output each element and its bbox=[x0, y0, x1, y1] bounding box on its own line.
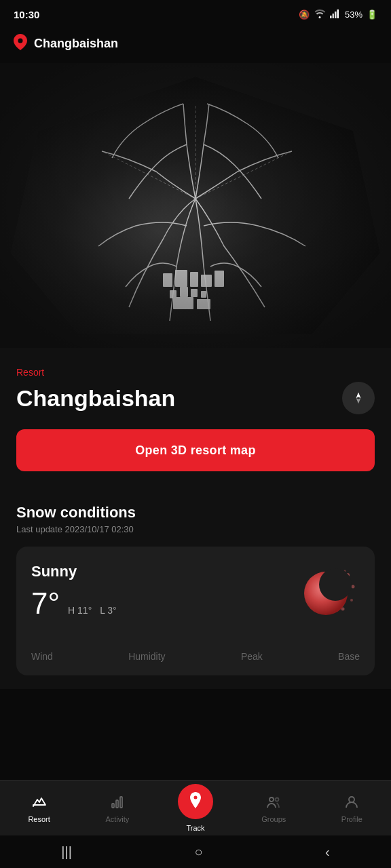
bottom-navigation: Resort Activity Track bbox=[0, 780, 391, 835]
nav-item-resort[interactable]: Resort bbox=[0, 793, 78, 823]
weather-top: Sunny 7° H 11° L 3° bbox=[31, 563, 360, 624]
nav-item-activity[interactable]: Activity bbox=[78, 793, 156, 823]
base-label: Base bbox=[338, 651, 360, 662]
weather-hi-lo: H 11° L 3° bbox=[68, 605, 122, 616]
nav-icon-activity-wrap bbox=[108, 793, 127, 812]
weather-stat-humidity: Humidity bbox=[128, 651, 165, 662]
weather-card: Sunny 7° H 11° L 3° bbox=[16, 547, 375, 675]
nav-item-profile[interactable]: Profile bbox=[313, 793, 391, 823]
resort-section: Resort Changbaishan Open 3D resort map bbox=[0, 348, 391, 485]
humidity-label: Humidity bbox=[128, 651, 165, 662]
svg-rect-31 bbox=[120, 797, 122, 808]
weather-high: H 11° bbox=[68, 605, 92, 616]
nav-label-resort: Resort bbox=[28, 815, 50, 823]
nav-icon-profile-wrap bbox=[342, 793, 361, 812]
header-title: Changbaishan bbox=[34, 37, 118, 51]
battery-icon: 🔋 bbox=[367, 9, 377, 20]
hero-map-image bbox=[0, 63, 391, 348]
svg-point-28 bbox=[319, 568, 352, 601]
nav-label-track: Track bbox=[186, 824, 204, 832]
weather-low: L 3° bbox=[100, 605, 117, 616]
snow-conditions-section: Snow conditions Last update 2023/10/17 0… bbox=[0, 485, 391, 689]
open-3d-map-button[interactable]: Open 3D resort map bbox=[16, 429, 375, 471]
nav-label-profile: Profile bbox=[341, 815, 362, 823]
nav-item-groups[interactable]: Groups bbox=[235, 793, 313, 823]
system-navigation-bar: ||| ○ ‹ bbox=[0, 835, 391, 868]
groups-people-icon bbox=[265, 794, 282, 810]
activity-chart-icon bbox=[109, 794, 126, 810]
nav-icon-track-wrap bbox=[178, 784, 213, 819]
location-icon bbox=[14, 34, 27, 54]
weather-temperature: 7° bbox=[31, 589, 60, 618]
resort-name-row: Changbaishan bbox=[16, 382, 375, 414]
status-time: 10:30 bbox=[14, 9, 39, 20]
weather-stat-base: Base bbox=[338, 651, 360, 662]
svg-rect-29 bbox=[112, 804, 114, 808]
nav-label-activity: Activity bbox=[105, 815, 129, 823]
weather-temp-row: 7° H 11° L 3° bbox=[31, 589, 122, 618]
svg-point-32 bbox=[269, 797, 274, 802]
nav-icon-resort-wrap bbox=[30, 793, 49, 812]
weather-condition: Sunny bbox=[31, 563, 122, 580]
svg-rect-3 bbox=[337, 9, 339, 18]
system-home-button[interactable]: ○ bbox=[194, 844, 202, 860]
nav-label-groups: Groups bbox=[261, 815, 286, 823]
svg-rect-0 bbox=[330, 16, 332, 18]
system-menu-button[interactable]: ||| bbox=[61, 844, 72, 860]
svg-point-23 bbox=[352, 585, 355, 589]
resort-name: Changbaishan bbox=[16, 385, 175, 412]
svg-rect-1 bbox=[332, 14, 334, 18]
svg-rect-2 bbox=[335, 12, 337, 18]
snow-last-update: Last update 2023/10/17 02:30 bbox=[16, 524, 375, 534]
svg-point-33 bbox=[276, 798, 279, 802]
system-back-button[interactable]: ‹ bbox=[325, 844, 330, 860]
wind-label: Wind bbox=[31, 651, 53, 662]
header: Changbaishan bbox=[0, 27, 391, 63]
mute-icon: 🔕 bbox=[299, 9, 310, 20]
svg-point-24 bbox=[350, 599, 353, 601]
svg-point-34 bbox=[349, 797, 354, 802]
weather-left: Sunny 7° H 11° L 3° bbox=[31, 563, 122, 618]
track-pin-icon bbox=[187, 792, 204, 811]
svg-rect-30 bbox=[116, 800, 118, 808]
resort-label: Resort bbox=[16, 367, 375, 378]
status-icons: 🔕 53% 🔋 bbox=[299, 9, 377, 20]
weather-moon-icon bbox=[299, 563, 360, 624]
status-bar: 10:30 🔕 53% 🔋 bbox=[0, 0, 391, 27]
weather-stat-peak: Peak bbox=[241, 651, 263, 662]
weather-stats: Wind Humidity Peak Base bbox=[31, 640, 360, 662]
signal-icon bbox=[330, 9, 341, 20]
nav-icon-groups-wrap bbox=[264, 793, 283, 812]
profile-person-icon bbox=[343, 794, 360, 810]
nav-item-track[interactable]: Track bbox=[156, 784, 234, 832]
peak-label: Peak bbox=[241, 651, 263, 662]
weather-icon-container bbox=[299, 563, 360, 624]
compass-icon bbox=[352, 391, 365, 405]
weather-stat-wind: Wind bbox=[31, 651, 53, 662]
battery-text: 53% bbox=[345, 9, 362, 20]
snow-conditions-title: Snow conditions bbox=[16, 504, 375, 521]
resort-mountain-icon bbox=[31, 794, 48, 810]
svg-rect-21 bbox=[0, 63, 391, 348]
navigation-button[interactable] bbox=[342, 382, 375, 414]
wifi-icon bbox=[314, 9, 326, 20]
